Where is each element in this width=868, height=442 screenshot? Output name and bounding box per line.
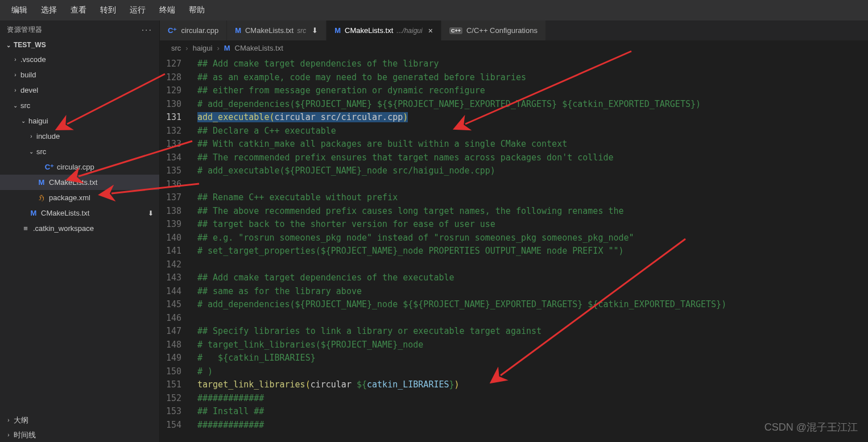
tab-label: CMakeLists.txt (245, 26, 294, 35)
code-line-134[interactable]: 134## The recommended prefix ensures tha… (160, 151, 868, 165)
chevron-right-icon: › (214, 44, 221, 52)
chevron-right-icon: › (5, 417, 13, 423)
menubar: 编辑选择查看转到运行终端帮助 (0, 0, 868, 20)
code-text: ## The above recommended prefix causes l… (192, 205, 624, 218)
item-label: circular.cpp (57, 163, 159, 171)
code-text: ## Rename C++ executable without prefix (192, 191, 398, 205)
workspace-root[interactable]: ⌄ TEST_WS (0, 39, 159, 51)
code-line-148[interactable]: 148# target_link_libraries(${PROJECT_NAM… (160, 338, 868, 352)
code-line-145[interactable]: 145# add_dependencies(${PROJECT_NAME}_no… (160, 298, 868, 312)
explorer-tree: ›.vscode›build›devel⌄src⌄haigui›include⌄… (0, 51, 159, 412)
gutter: 127 (160, 57, 192, 71)
more-icon[interactable]: ··· (142, 25, 152, 35)
editor-tabs: C⁺circular.cppMCMakeLists.txtsrc⬇MCMakeL… (160, 20, 868, 40)
code-line-154[interactable]: 154############# (160, 419, 868, 432)
code-text: ############# (192, 392, 264, 406)
breadcrumb[interactable]: src›haigui›MCMakeLists.txt (160, 40, 868, 55)
code-line-143[interactable]: 143## Add cmake target dependencies of t… (160, 271, 868, 285)
tree-item--catkin_workspace[interactable]: ≡.catkin_workspace (0, 221, 159, 236)
item-label: build (20, 71, 159, 79)
tree-item-haigui[interactable]: ⌄haigui (0, 113, 159, 129)
tab-label: CMakeLists.txt (345, 26, 393, 35)
modified-indicator: ⬇ (148, 209, 159, 217)
code-line-139[interactable]: 139## target back to the shorter version… (160, 218, 868, 232)
gutter: 131 (160, 111, 192, 125)
code-line-132[interactable]: 132## Declare a C++ executable (160, 125, 868, 138)
code-line-130[interactable]: 130# add_dependencies(${PROJECT_NAME} ${… (160, 98, 868, 111)
code-line-131[interactable]: 131add_executable(circular src/circular.… (160, 111, 868, 125)
code-line-147[interactable]: 147## Specify libraries to link a librar… (160, 325, 868, 338)
m-icon: M (28, 209, 39, 217)
item-label: CMakeLists.txt (49, 178, 159, 187)
menu-编辑[interactable]: 编辑 (5, 5, 34, 15)
gutter: 137 (160, 191, 192, 205)
tree-item-src[interactable]: ⌄src (0, 98, 159, 113)
code-line-150[interactable]: 150# ) (160, 365, 868, 379)
code-text: ## either from message generation or dyn… (192, 84, 485, 98)
code-line-144[interactable]: 144## same as for the library above (160, 285, 868, 299)
code-text (192, 258, 197, 272)
editor-area: C⁺circular.cppMCMakeLists.txtsrc⬇MCMakeL… (160, 20, 868, 442)
chevron-icon: › (11, 87, 19, 93)
code-text: ## same as for the library above (192, 285, 362, 299)
code-line-133[interactable]: 133## With catkin_make all packages are … (160, 138, 868, 151)
gutter: 140 (160, 232, 192, 245)
code-line-129[interactable]: 129## either from message generation or … (160, 84, 868, 98)
gutter: 142 (160, 258, 192, 272)
code-line-146[interactable]: 146 (160, 312, 868, 325)
gutter: 135 (160, 164, 192, 178)
tab-label: C/C++ Configurations (466, 26, 538, 35)
gutter: 145 (160, 298, 192, 312)
tree-item--vscode[interactable]: ›.vscode (0, 52, 159, 67)
code-line-127[interactable]: 127## Add cmake target dependencies of t… (160, 57, 868, 71)
code-line-149[interactable]: 149# ${catkin_LIBRARIES} (160, 352, 868, 365)
code-line-151[interactable]: 151target_link_libraries(circular ${catk… (160, 378, 868, 392)
code-line-152[interactable]: 152############# (160, 392, 868, 406)
chevron-right-icon: › (5, 432, 13, 438)
tree-item-src[interactable]: ⌄src (0, 144, 159, 159)
menu-帮助[interactable]: 帮助 (182, 5, 212, 15)
menu-选择[interactable]: 选择 (34, 5, 64, 15)
code-line-135[interactable]: 135# add_executable(${PROJECT_NAME}_node… (160, 164, 868, 178)
close-icon[interactable]: × (428, 26, 433, 35)
item-label: package.xml (49, 193, 159, 202)
tree-item-build[interactable]: ›build (0, 67, 159, 82)
code-line-136[interactable]: 136 (160, 178, 868, 192)
file-icon: ≡ (20, 224, 31, 233)
gutter: 136 (160, 178, 192, 192)
crumb-src: src (169, 44, 183, 52)
item-label: CMakeLists.txt (41, 209, 148, 217)
tree-item-circular-cpp[interactable]: C⁺circular.cpp (0, 159, 159, 175)
tab-CMakeLists-txt[interactable]: MCMakeLists.txt.../haigui× (326, 20, 441, 40)
code-line-128[interactable]: 128## as an example, code may need to be… (160, 71, 868, 85)
code-line-153[interactable]: 153## Install ## (160, 405, 868, 419)
outline-section[interactable]: › 大纲 (0, 412, 159, 427)
tree-item-CMakeLists-txt[interactable]: MCMakeLists.txt⬇ (0, 205, 159, 221)
code-line-138[interactable]: 138## The above recommended prefix cause… (160, 205, 868, 218)
chevron-right-icon: › (183, 44, 190, 52)
tree-item-package-xml[interactable]: ℌpackage.xml (0, 190, 159, 205)
gutter: 148 (160, 338, 192, 352)
code-line-141[interactable]: 141# set_target_properties(${PROJECT_NAM… (160, 245, 868, 258)
code-line-142[interactable]: 142 (160, 258, 868, 272)
menu-终端[interactable]: 终端 (152, 5, 182, 15)
timeline-section[interactable]: › 时间线 (0, 427, 159, 442)
tab-CMakeLists-txt[interactable]: MCMakeLists.txtsrc⬇ (227, 20, 326, 40)
m-icon: M (334, 26, 341, 35)
tree-item-devel[interactable]: ›devel (0, 82, 159, 98)
rss-icon: ℌ (36, 193, 47, 202)
tree-item-include[interactable]: ›include (0, 129, 159, 144)
crumb-CMakeLists.txt: CMakeLists.txt (233, 44, 286, 52)
menu-转到[interactable]: 转到 (93, 5, 123, 15)
menu-运行[interactable]: 运行 (123, 5, 152, 15)
code-text: ## Add cmake target dependencies of the … (192, 271, 454, 285)
menu-查看[interactable]: 查看 (64, 5, 93, 15)
code-text: # add_dependencies(${PROJECT_NAME} ${${P… (192, 98, 701, 111)
gutter: 149 (160, 352, 192, 365)
code-line-137[interactable]: 137## Rename C++ executable without pref… (160, 191, 868, 205)
code-editor[interactable]: 127## Add cmake target dependencies of t… (160, 55, 868, 442)
tab-circular-cpp[interactable]: C⁺circular.cpp (160, 20, 227, 40)
tree-item-CMakeLists-txt[interactable]: MCMakeLists.txt (0, 175, 159, 190)
tab-C-C-Configurations[interactable]: C++C/C++ Configurations (441, 20, 546, 40)
code-line-140[interactable]: 140## e.g. "rosrun someones_pkg node" in… (160, 232, 868, 245)
